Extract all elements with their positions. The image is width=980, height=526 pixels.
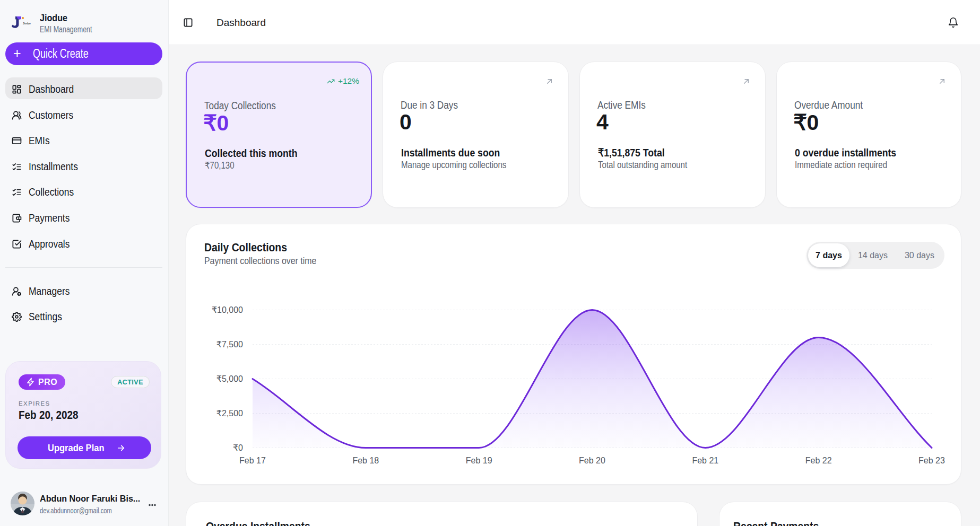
svg-text:₹0: ₹0 [233,443,243,452]
svg-text:Jiodue: Jiodue [23,22,31,25]
svg-text:Feb 23: Feb 23 [918,456,945,465]
svg-text:Feb 21: Feb 21 [692,456,718,465]
svg-text:₹10,000: ₹10,000 [212,305,243,314]
svg-text:Feb 20: Feb 20 [579,456,605,465]
svg-text:₹7,500: ₹7,500 [216,340,243,349]
svg-text:₹2,500: ₹2,500 [216,409,243,418]
svg-text:Feb 22: Feb 22 [805,456,832,465]
svg-text:Feb 18: Feb 18 [352,456,379,465]
svg-text:Feb 19: Feb 19 [466,456,492,465]
svg-text:₹5,000: ₹5,000 [216,374,243,383]
svg-text:Feb 17: Feb 17 [239,456,266,465]
